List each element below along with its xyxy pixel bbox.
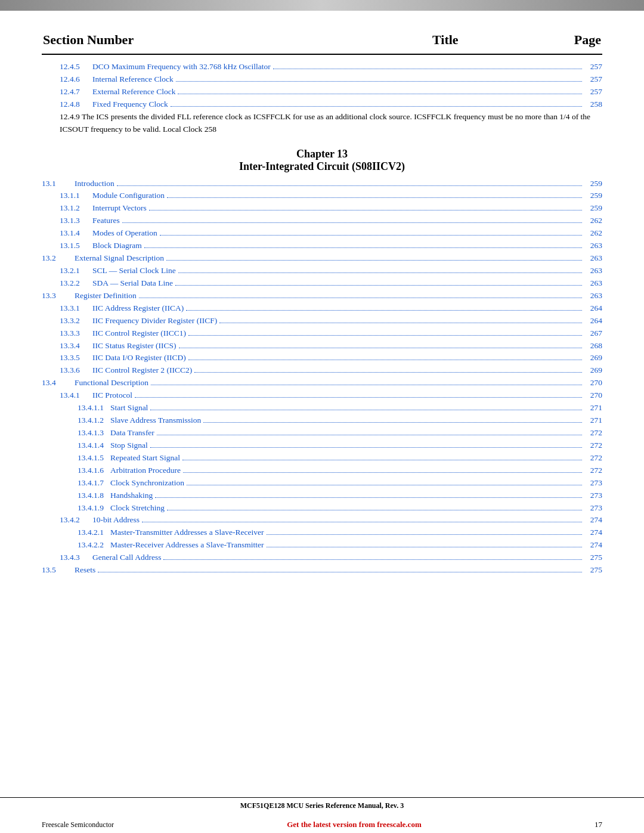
toc-entry-13-4-1-4[interactable]: 13.4.1.4 Stop Signal 272 — [42, 439, 602, 452]
dots — [267, 534, 582, 535]
dots — [171, 106, 582, 107]
entry-title: DCO Maximum Frequency with 32.768 kHz Os… — [92, 61, 271, 73]
entry-title: Fixed Frequency Clock — [92, 98, 168, 111]
toc-entry-13-2-2[interactable]: 13.2.2 SDA — Serial Data Line 263 — [42, 277, 602, 290]
page-num: 270 — [584, 389, 602, 402]
entry-title: Arbitration Procedure — [110, 465, 181, 477]
toc-entry-12-4-7[interactable]: 12.4.7 External Reference Clock 257 — [42, 86, 602, 98]
header-section-number: Section Number — [43, 30, 394, 50]
entry-title: Data Transfer — [110, 427, 154, 439]
page-num: 257 — [584, 73, 602, 86]
toc-entry-13-4-1-5[interactable]: 13.4.1.5 Repeated Start Signal 272 — [42, 452, 602, 465]
chapter-title: Inter-Integrated Circuit (S08IICV2) — [42, 160, 602, 173]
page-num: 267 — [584, 327, 602, 340]
dots — [219, 323, 582, 323]
toc-entry-13-4-1-3[interactable]: 13.4.1.3 Data Transfer 272 — [42, 427, 602, 439]
section-num: 13.4.3 — [60, 552, 92, 564]
section-num: 13.4.1.2 — [78, 414, 110, 427]
entry-title: IIC Control Register (IICC1) — [92, 327, 186, 340]
toc-entry-13-1[interactable]: 13.1 Introduction 259 — [42, 178, 602, 190]
toc-entry-13-4-1-7[interactable]: 13.4.1.7 Clock Synchronization 273 — [42, 477, 602, 490]
footer: MCF51QE128 MCU Series Reference Manual, … — [0, 797, 644, 833]
toc-entry-13-3-2[interactable]: 13.3.2 IIC Frequency Divider Register (I… — [42, 315, 602, 327]
entry-title: Clock Synchronization — [110, 477, 184, 490]
toc-entry-13-4-2-1[interactable]: 13.4.2.1 Master-Transmitter Addresses a … — [42, 527, 602, 539]
section-num: 13.1.5 — [60, 240, 92, 252]
page-num: 271 — [584, 402, 602, 414]
section-num: 13.4.2 — [60, 514, 92, 527]
dots — [182, 460, 582, 460]
entry-title: Repeated Start Signal — [110, 452, 180, 465]
dots — [160, 235, 582, 236]
toc-entry-13-4-2-2[interactable]: 13.4.2.2 Master-Receiver Addresses a Sla… — [42, 539, 602, 552]
dots — [167, 197, 582, 198]
dots — [186, 310, 582, 311]
section-num: 13.3.2 — [60, 315, 92, 327]
header-page: Page — [497, 30, 601, 50]
page-num: 272 — [584, 439, 602, 452]
section-num: 13.4.2.2 — [78, 539, 110, 552]
toc-entry-13-4-3[interactable]: 13.4.3 General Call Address 275 — [42, 552, 602, 564]
page-num: 275 — [584, 564, 602, 577]
toc-entry-12-4-8[interactable]: 12.4.8 Fixed Frequency Clock 258 — [42, 98, 602, 111]
toc-entry-13-1-4[interactable]: 13.1.4 Modes of Operation 262 — [42, 227, 602, 240]
toc-entry-13-2[interactable]: 13.2 External Signal Description 263 — [42, 252, 602, 265]
section-num: 13.4.1 — [60, 389, 92, 402]
toc-entry-13-4-1[interactable]: 13.4.1 IIC Protocol 270 — [42, 389, 602, 402]
toc-entry-13-1-2[interactable]: 13.1.2 Interrupt Vectors 259 — [42, 202, 602, 215]
section-num: 13.3.3 — [60, 327, 92, 340]
entry-title: Clock Stretching — [110, 502, 165, 515]
toc-entry-13-3[interactable]: 13.3 Register Definition 263 — [42, 290, 602, 302]
toc-entry-13-3-5[interactable]: 13.3.5 IIC Data I/O Register (IICD) 269 — [42, 352, 602, 364]
toc-entry-12-4-5[interactable]: 12.4.5 DCO Maximum Frequency with 32.768… — [42, 61, 602, 73]
page-num: 274 — [584, 514, 602, 527]
toc-entry-13-4-1-6[interactable]: 13.4.1.6 Arbitration Procedure 272 — [42, 465, 602, 477]
toc-entry-13-4-2[interactable]: 13.4.2 10-bit Address 274 — [42, 514, 602, 527]
toc-entry-13-4[interactable]: 13.4 Functional Description 270 — [42, 377, 602, 389]
page-num: 269 — [584, 352, 602, 364]
section-num: 13.3.5 — [60, 352, 92, 364]
toc-entry-12-4-6[interactable]: 12.4.6 Internal Reference Clock 257 — [42, 73, 602, 86]
page-num: 262 — [584, 227, 602, 240]
entry-title: Features — [92, 215, 120, 227]
page-num: 269 — [584, 364, 602, 377]
footer-company: Freescale Semiconductor — [42, 820, 114, 829]
dots — [150, 410, 582, 410]
chapter-heading: Chapter 13 Inter-Integrated Circuit (S08… — [42, 148, 602, 173]
section-num: 13.4 — [42, 377, 75, 389]
entry-title: Module Configuration — [92, 190, 165, 202]
toc-entry-13-4-1-1[interactable]: 13.4.1.1 Start Signal 271 — [42, 402, 602, 414]
toc-entry-13-2-1[interactable]: 13.2.1 SCL — Serial Clock Line 263 — [42, 265, 602, 277]
toc-entry-13-3-4[interactable]: 13.3.4 IIC Status Register (IICS) 268 — [42, 340, 602, 352]
entry-title: IIC Frequency Divider Register (IICF) — [92, 315, 217, 327]
toc-entry-13-4-1-2[interactable]: 13.4.1.2 Slave Address Transmission 271 — [42, 414, 602, 427]
toc-entry-13-3-1[interactable]: 13.3.1 IIC Address Register (IICA) 264 — [42, 302, 602, 315]
dots — [163, 559, 582, 560]
section-num: 13.2.2 — [60, 277, 92, 290]
chapter-label: Chapter 13 — [42, 148, 602, 160]
entry-title: IIC Control Register 2 (IICC2) — [92, 364, 192, 377]
page-num: 274 — [584, 539, 602, 552]
toc-entry-13-1-1[interactable]: 13.1.1 Module Configuration 259 — [42, 190, 602, 202]
toc-entry-13-3-6[interactable]: 13.3.6 IIC Control Register 2 (IICC2) 26… — [42, 364, 602, 377]
top-bar — [0, 0, 644, 11]
dots — [188, 335, 582, 336]
toc-entry-13-4-1-9[interactable]: 13.4.1.9 Clock Stretching 273 — [42, 502, 602, 515]
toc-entry-13-1-5[interactable]: 13.1.5 Block Diagram 263 — [42, 240, 602, 252]
entry-title: Functional Description — [75, 377, 148, 389]
section-num: 13.3.6 — [60, 364, 92, 377]
entry-title: General Call Address — [92, 552, 161, 564]
section-num: 13.1.3 — [60, 215, 92, 227]
entry-title: External Reference Clock — [92, 86, 175, 98]
toc-entry-13-3-3[interactable]: 13.3.3 IIC Control Register (IICC1) 267 — [42, 327, 602, 340]
entry-title: Handshaking — [110, 490, 153, 502]
section-num: 13.1.4 — [60, 227, 92, 240]
page-num: 263 — [584, 277, 602, 290]
toc-entry-13-4-1-8[interactable]: 13.4.1.8 Handshaking 273 — [42, 490, 602, 502]
section-num: 13.4.1.6 — [78, 465, 110, 477]
toc-entry-13-1-3[interactable]: 13.1.3 Features 262 — [42, 215, 602, 227]
toc-entry-13-5[interactable]: 13.5 Resets 275 — [42, 564, 602, 577]
footer-link[interactable]: Get the latest version from freescale.co… — [287, 820, 422, 829]
entry-title: SDA — Serial Data Line — [92, 277, 173, 290]
dots — [176, 81, 582, 82]
